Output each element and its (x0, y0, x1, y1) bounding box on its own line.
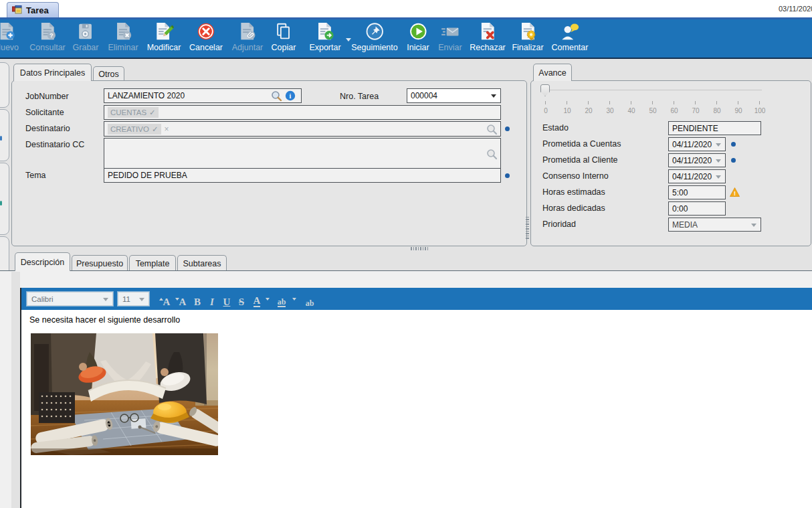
form-window-icon (12, 5, 22, 15)
editor-text: Se necesita hacer el siguiente desarroll… (29, 315, 812, 325)
highlight-dropdown[interactable] (290, 290, 298, 309)
solicitante-chip[interactable]: CUENTAS✓ (108, 107, 159, 118)
toolbar-button-exportar[interactable]: Exportar (309, 21, 340, 52)
pin-icon (365, 21, 385, 41)
font-color-dropdown[interactable] (264, 290, 272, 309)
left-collapsed-panel[interactable] (0, 62, 9, 108)
destinatario-search-icon[interactable] (486, 124, 498, 135)
slider-tick-label: 70 (687, 107, 704, 114)
editor-toolbar: Calibri 11 A A B I U S A ab ab (21, 288, 812, 310)
destinatario-input[interactable]: CREATIVO✓ × (104, 121, 501, 137)
tab-tarea[interactable]: Tarea (7, 2, 59, 17)
prometida-cuentas-datepicker[interactable]: 04/11/2020 (668, 137, 726, 151)
tab-template[interactable]: Template (129, 255, 176, 271)
destinatario-cc-search-icon[interactable] (486, 149, 498, 160)
font-size-dropdown-caret (139, 298, 144, 301)
svg-text:?: ? (49, 32, 54, 39)
tab-otros[interactable]: Otros (93, 66, 124, 81)
toolbar-button-nuevo[interactable]: Nuevo (0, 21, 19, 52)
solicitante-input[interactable]: CUENTAS✓ (104, 105, 501, 120)
new-document-icon (0, 21, 17, 41)
jobnumber-search-icon[interactable] (271, 90, 282, 102)
prioridad-dropdown-caret (751, 224, 756, 227)
copy-icon (274, 21, 294, 41)
toolbar-button-grabar[interactable]: Grabar (73, 21, 99, 52)
attach-icon (237, 21, 258, 41)
vertical-splitter-grip[interactable] (526, 217, 529, 239)
horas-estimadas-warning-icon: ! (730, 187, 740, 197)
slider-tick-label: 30 (601, 107, 619, 114)
destinatario-chip[interactable]: CREATIVO✓ (108, 124, 161, 135)
horizontal-splitter-grip[interactable] (411, 247, 428, 250)
toolbar-button-enviar[interactable]: Enviar (438, 21, 462, 52)
date-dropdown-caret (716, 159, 721, 163)
left-collapsed-panel[interactable] (0, 109, 9, 161)
toolbar-button-iniciar[interactable]: Iniciar (407, 21, 429, 52)
jobnumber-info-icon[interactable]: i (285, 90, 296, 101)
edit-document-icon (154, 21, 174, 41)
prometida-cuentas-required-dot (731, 142, 736, 147)
nro-tarea-label: Nro. Tarea (340, 92, 379, 101)
italic-button[interactable]: I (205, 290, 219, 309)
bold-button[interactable]: B (190, 290, 205, 309)
underline-button[interactable]: U (219, 290, 234, 309)
tab-datos-principales[interactable]: Datos Principales (13, 64, 92, 81)
font-color-button[interactable]: A (249, 290, 264, 309)
font-name-dropdown-caret (103, 298, 108, 301)
destinatario-label: Destinatario (25, 124, 70, 133)
date-dropdown-caret (716, 175, 721, 179)
blueprint-meeting-photo[interactable] (31, 333, 218, 455)
consenso-datepicker[interactable]: 04/11/2020 (668, 169, 726, 183)
toolbar-button-consultar[interactable]: ? Consultar (29, 21, 66, 52)
main-toolbar: Nuevo ? Consultar Grabar Eliminar (0, 19, 812, 59)
tab-avance[interactable]: Avance (533, 64, 572, 81)
tab-subtareas[interactable]: Subtareas (177, 255, 227, 271)
toolbar-button-copiar[interactable]: Copiar (272, 21, 296, 52)
text-effect-button[interactable]: ab (301, 290, 318, 309)
prometida-cliente-datepicker[interactable]: 04/11/2020 (668, 153, 726, 167)
prioridad-combobox[interactable]: MEDIA (668, 218, 761, 232)
destinatario-cc-input[interactable] (104, 138, 501, 169)
toolbar-button-rechazar[interactable]: Rechazar (470, 21, 506, 52)
dropdown-caret-icon (266, 298, 270, 301)
estado-label: Estado (542, 123, 569, 133)
exportar-dropdown-caret[interactable] (346, 38, 351, 41)
svg-text:i: i (290, 92, 292, 100)
editor-content[interactable]: Se necesita hacer el siguiente desarroll… (21, 310, 812, 508)
horas-dedicadas-input[interactable]: 0:00 (668, 201, 726, 216)
progress-slider-track[interactable] (544, 90, 762, 90)
left-panel-marker (0, 136, 2, 141)
tema-required-dot (505, 173, 510, 178)
progress-slider-thumb[interactable] (540, 84, 550, 96)
grow-font-button[interactable]: A (157, 290, 173, 309)
horas-estimadas-input[interactable]: 5:00 (668, 185, 726, 199)
toolbar-button-cancelar[interactable]: Cancelar (189, 21, 223, 52)
destinatario-cc-label: Destinatario CC (25, 140, 84, 149)
destinatario-remove-icon[interactable]: × (165, 124, 169, 134)
play-icon (408, 21, 428, 41)
shrink-font-button[interactable]: A (173, 290, 189, 309)
toolbar-button-adjuntar[interactable]: Adjuntar (232, 21, 264, 52)
date-dropdown-caret (716, 143, 721, 147)
prometida-cliente-required-dot (731, 158, 736, 163)
comment-icon (560, 21, 580, 41)
left-collapsed-panel[interactable] (0, 163, 9, 235)
estado-input[interactable]: PENDIENTE (668, 121, 761, 135)
font-name-combobox[interactable]: Calibri (27, 292, 113, 306)
left-panel-marker (0, 201, 2, 205)
font-size-combobox[interactable]: 11 (118, 292, 149, 306)
tema-input[interactable]: PEDIDO DE PRUEBA (104, 168, 501, 183)
toolbar-button-seguimiento[interactable]: Seguimiento (351, 21, 398, 52)
toolbar-button-modificar[interactable]: Modificar (147, 21, 181, 52)
highlight-button[interactable]: ab (273, 290, 290, 309)
toolbar-button-comentar[interactable]: Comentar (552, 21, 589, 52)
nro-tarea-combobox[interactable]: 000004 (407, 88, 501, 103)
slider-tick (567, 101, 567, 104)
toolbar-button-eliminar[interactable]: Eliminar (108, 21, 138, 52)
toolbar-button-finalizar[interactable]: Finalizar (512, 21, 543, 52)
strikethrough-button[interactable]: S (234, 290, 249, 309)
tab-presupuesto[interactable]: Presupuesto (72, 255, 128, 271)
slider-tick (695, 101, 696, 104)
horas-dedicadas-label: Horas dedicadas (542, 203, 605, 213)
tab-descripcion[interactable]: Descripción (15, 252, 70, 271)
